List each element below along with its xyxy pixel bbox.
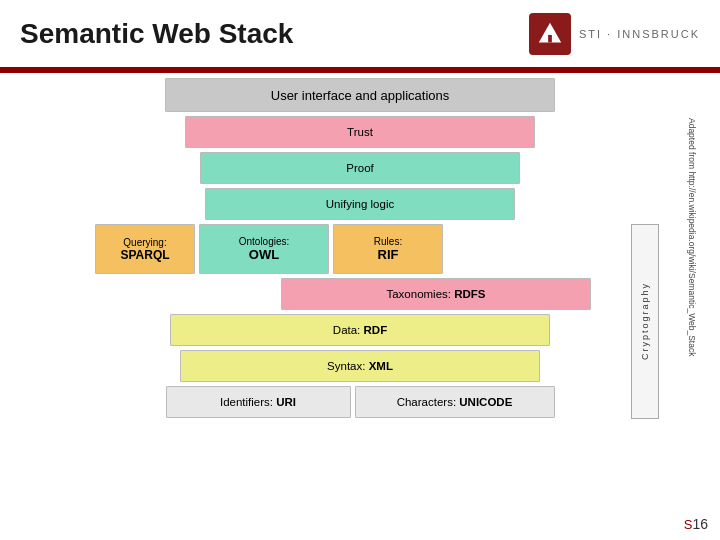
owl-label: OWL: [249, 247, 279, 262]
svg-rect-1: [548, 34, 552, 41]
bottom-row: Identifiers: URI Characters: UNICODE: [95, 386, 625, 418]
characters-label: Characters: UNICODE: [397, 396, 513, 408]
proof-layer: Proof: [200, 152, 520, 184]
identifiers-cell: Identifiers: URI: [166, 386, 351, 418]
logo-area: STI · INNSBRUCK: [529, 13, 700, 55]
rules-label: Rules:: [374, 236, 402, 247]
logo-text: STI · INNSBRUCK: [579, 28, 700, 40]
rdfs-row: Taxonomies: RDFS: [95, 278, 625, 310]
rdf-row: Data: RDF: [95, 314, 625, 346]
querying-label: Querying:: [123, 237, 166, 248]
rdf-layer: Data: RDF: [170, 314, 550, 346]
ui-layer: User interface and applications: [165, 78, 555, 112]
characters-cell: Characters: UNICODE: [355, 386, 555, 418]
page-number: S16: [684, 516, 708, 532]
querying-cell-wrapper: Querying: SPARQL: [95, 224, 195, 274]
identifiers-label: Identifiers: URI: [220, 396, 296, 408]
adapted-label: Adapted from http://en.wikipedia.org/wik…: [687, 118, 697, 418]
data-rdf-label: Data: RDF: [333, 324, 387, 336]
diagram-wrapper: Adapted from http://en.wikipedia.org/wik…: [20, 73, 700, 427]
page-title: Semantic Web Stack: [20, 18, 529, 50]
unifying-row: Unifying logic: [95, 188, 625, 220]
unifying-layer: Unifying logic: [205, 188, 515, 220]
owl-rif-row: Querying: SPARQL Ontologies: OWL Rules: …: [95, 224, 625, 274]
page-num-value: 16: [692, 516, 708, 532]
ontologies-cell: Ontologies: OWL: [199, 224, 329, 274]
header: Semantic Web Stack STI · INNSBRUCK: [0, 0, 720, 70]
cryptography-bracket: Cryptography: [631, 224, 659, 419]
querying-cell: Querying: SPARQL: [95, 224, 195, 274]
sparql-label: SPARQL: [120, 248, 169, 262]
proof-row: Proof: [95, 152, 625, 184]
ontologies-label: Ontologies:: [239, 236, 290, 247]
sti-svg-icon: [536, 20, 564, 48]
ui-row: User interface and applications: [95, 78, 625, 112]
rif-label: RIF: [378, 247, 399, 262]
xml-layer: Syntax: XML: [180, 350, 540, 382]
trust-row: Trust: [95, 116, 625, 148]
cryptography-label: Cryptography: [640, 282, 650, 360]
rules-cell: Rules: RIF: [333, 224, 443, 274]
trust-layer: Trust: [185, 116, 535, 148]
sti-logo-icon: [529, 13, 571, 55]
diagram-inner: User interface and applications Trust Pr…: [95, 78, 625, 418]
rdfs-layer: Taxonomies: RDFS: [281, 278, 591, 310]
xml-row: Syntax: XML: [95, 350, 625, 382]
taxonomies-label: Taxonomies: RDFS: [386, 288, 485, 300]
syntax-xml-label: Syntax: XML: [327, 360, 393, 372]
